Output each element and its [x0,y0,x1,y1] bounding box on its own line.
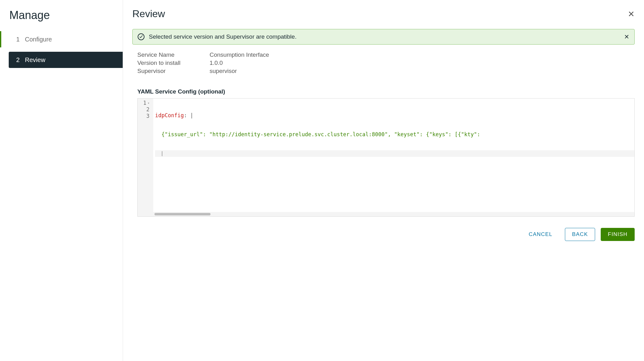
field-supervisor: Supervisor supervisor [137,68,635,75]
step-label: Configure [25,36,52,43]
close-button[interactable]: ✕ [628,10,635,18]
yaml-indent [155,131,161,137]
yaml-text: : | [184,112,193,118]
back-button[interactable]: BACK [565,228,595,241]
main-panel: Review ✕ Selected service version and Su… [123,0,644,361]
wizard-steps: 1 Configure 2 Review [0,31,123,68]
field-service-name: Service Name Consumption Interface [137,51,635,58]
scroll-thumb[interactable] [154,213,211,215]
close-icon: ✕ [628,9,635,19]
main-header: Review ✕ [132,8,635,20]
field-value: supervisor [210,68,237,75]
editor-caret [162,151,162,156]
check-circle-icon [138,33,144,40]
yaml-editor[interactable]: 1▾ 2 3 idpConfig: | {"issuer_url": "http… [137,98,635,217]
alert-text: Selected service version and Supervisor … [149,33,296,40]
yaml-config-label: YAML Service Config (optional) [137,88,635,95]
yaml-indent [155,150,161,156]
wizard-step-review[interactable]: 2 Review [9,52,123,68]
editor-code[interactable]: idpConfig: | {"issuer_url": "http://iden… [153,99,634,212]
wizard-sidebar: Manage 1 Configure 2 Review [0,0,123,361]
cancel-button[interactable]: CANCEL [522,228,559,241]
step-number: 2 [16,56,25,64]
step-number: 1 [16,36,25,43]
page-title: Review [132,8,165,20]
finish-button[interactable]: FINISH [601,228,635,241]
sidebar-title: Manage [0,9,123,31]
wizard-step-configure[interactable]: 1 Configure [9,31,123,47]
close-icon: ✕ [624,33,629,40]
line-number: 2 [146,106,149,113]
editor-horizontal-scrollbar[interactable] [138,212,634,216]
field-value: Consumption Interface [210,51,269,58]
field-label: Service Name [137,51,210,58]
line-number: 3 [146,113,149,119]
step-label: Review [25,56,45,64]
line-number: 1 [143,100,146,106]
fold-icon: ▾ [148,100,149,106]
wizard-footer: CANCEL BACK FINISH [132,228,635,241]
yaml-key: idpConfig [155,112,184,118]
field-label: Version to install [137,60,210,66]
field-value: 1.0.0 [210,60,223,66]
yaml-string: {"issuer_url": "http://identity-service.… [161,131,480,137]
editor-gutter: 1▾ 2 3 [138,99,153,212]
compatibility-alert: Selected service version and Supervisor … [132,29,635,45]
field-label: Supervisor [137,68,210,75]
field-version: Version to install 1.0.0 [137,60,635,66]
alert-close-button[interactable]: ✕ [624,33,629,41]
